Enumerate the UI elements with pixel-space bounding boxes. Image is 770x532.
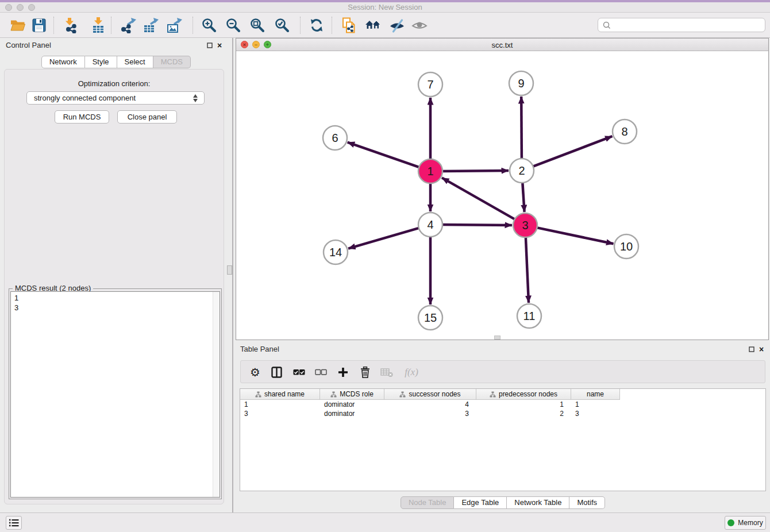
edge-1-2[interactable] [441, 171, 509, 171]
window-resize-handle[interactable] [494, 336, 500, 340]
export-table-button[interactable] [142, 17, 159, 34]
float-panel-icon[interactable] [207, 43, 213, 48]
network-canvas[interactable]: 7968124314101511 [236, 51, 768, 340]
deselect-all-button[interactable] [314, 365, 328, 379]
memory-button[interactable]: Memory [725, 516, 766, 530]
criterion-select[interactable]: strongly connected component [26, 91, 205, 105]
close-panel-button[interactable]: Close panel [117, 110, 177, 124]
mcds-panel: Optimization criterion: strongly connect… [4, 69, 224, 504]
tab-network[interactable]: Network [41, 56, 85, 68]
split-columns-button[interactable] [270, 365, 283, 379]
edge-3-10[interactable] [536, 228, 614, 244]
edge-2-8[interactable] [532, 136, 613, 167]
graph-node-2[interactable]: 2 [510, 159, 534, 183]
graph-node-7[interactable]: 7 [418, 72, 442, 97]
delete-column-button[interactable] [358, 365, 372, 379]
graph-node-3[interactable]: 3 [513, 213, 537, 237]
scrollbar[interactable] [213, 292, 220, 497]
select-all-button[interactable] [292, 365, 306, 379]
column-header-MCDS-role[interactable]: MCDS role [320, 389, 384, 400]
save-session-button[interactable] [30, 17, 48, 34]
panel-splitter[interactable] [232, 38, 233, 512]
graph-node-6[interactable]: 6 [323, 126, 347, 150]
graph-node-15[interactable]: 15 [418, 306, 442, 330]
edge-2-9[interactable] [521, 97, 522, 160]
main-toolbar [0, 13, 770, 38]
import-network-button[interactable] [63, 17, 80, 34]
show-button[interactable] [411, 17, 428, 34]
export-image-button[interactable] [165, 17, 183, 34]
svg-text:9: 9 [518, 77, 524, 90]
refresh-button[interactable] [308, 17, 325, 34]
search-box[interactable] [598, 18, 765, 32]
splitter-handle[interactable] [227, 265, 232, 275]
tab-select[interactable]: Select [117, 56, 153, 68]
column-header-successor-nodes[interactable]: successor nodes [384, 389, 476, 400]
edge-3-1[interactable] [442, 178, 516, 219]
table-cell: 1 [571, 400, 620, 409]
table-settings-button[interactable]: ⚙ [248, 365, 262, 379]
edge-2-3[interactable] [522, 182, 524, 212]
tab-node-table[interactable]: Node Table [401, 496, 455, 509]
hierarchy-icon [399, 391, 406, 398]
graph-node-4[interactable]: 4 [418, 213, 442, 237]
zoom-selected-button[interactable] [274, 17, 291, 34]
graph-node-11[interactable]: 11 [517, 304, 541, 328]
graph-node-14[interactable]: 14 [324, 240, 348, 264]
hide-button[interactable] [388, 17, 406, 34]
table-row[interactable]: 3dominator323 [240, 409, 765, 418]
zoom-in-button[interactable] [201, 17, 218, 34]
table-row[interactable]: 1dominator411 [240, 400, 765, 409]
run-mcds-button[interactable]: Run MCDS [55, 110, 109, 124]
column-label: MCDS role [340, 390, 374, 398]
graph-node-8[interactable]: 8 [613, 119, 637, 144]
homes-button[interactable] [364, 17, 382, 34]
zoom-fit-button[interactable] [249, 17, 266, 34]
table-cell: 2 [476, 409, 571, 418]
float-table-panel-icon[interactable] [749, 346, 754, 352]
edge-3-11[interactable] [526, 236, 529, 303]
copy-network-button[interactable] [340, 17, 357, 34]
import-network-icon [63, 17, 79, 33]
hierarchy-icon [490, 391, 496, 398]
import-table-icon [90, 17, 106, 33]
zoom-in-icon [201, 17, 217, 33]
export-network-button[interactable] [120, 17, 137, 34]
criterion-value: strongly connected component [34, 94, 136, 102]
network-window-titlebar[interactable]: × − + scc.txt [236, 38, 768, 51]
column-header-name[interactable]: name [571, 389, 620, 400]
open-file-button[interactable] [9, 17, 26, 34]
column-header-shared-name[interactable]: shared name [240, 389, 320, 400]
search-input[interactable] [614, 20, 765, 31]
add-column-button[interactable] [336, 365, 350, 379]
graph-node-1[interactable]: 1 [418, 159, 442, 183]
mcds-result-list[interactable]: 13 [10, 291, 220, 498]
table-cell: 1 [476, 400, 571, 409]
column-label: successor nodes [409, 390, 460, 398]
column-header-predecessor-nodes[interactable]: predecessor nodes [476, 389, 571, 400]
graph-node-10[interactable]: 10 [614, 234, 638, 259]
edge-4-3[interactable] [441, 225, 512, 225]
edge-4-14[interactable] [348, 228, 420, 248]
log-console-button[interactable] [6, 516, 22, 530]
tab-mcds[interactable]: MCDS [153, 56, 191, 68]
zoom-out-button[interactable] [225, 17, 242, 34]
tab-motifs[interactable]: Motifs [569, 496, 605, 509]
zoom-out-icon [225, 17, 241, 33]
window-title: Session: New Session [0, 3, 770, 11]
import-table-button[interactable] [90, 17, 107, 34]
node-table: shared nameMCDS rolesuccessor nodesprede… [240, 388, 766, 491]
tab-style[interactable]: Style [85, 56, 117, 68]
select-stepper-icon [193, 94, 198, 102]
memory-status-icon [727, 519, 734, 526]
mcds-result-group: MCDS result (2 nodes) 13 [9, 288, 222, 499]
tab-edge-table[interactable]: Edge Table [454, 496, 507, 509]
tab-network-table[interactable]: Network Table [507, 496, 569, 509]
close-table-panel-icon[interactable]: × [759, 346, 764, 352]
graph-node-9[interactable]: 9 [509, 71, 533, 95]
open-folder-icon [10, 17, 26, 33]
svg-text:3: 3 [522, 219, 528, 232]
close-panel-icon[interactable]: × [217, 43, 222, 48]
toolbar-separator [192, 17, 193, 34]
edge-1-6[interactable] [348, 142, 420, 168]
